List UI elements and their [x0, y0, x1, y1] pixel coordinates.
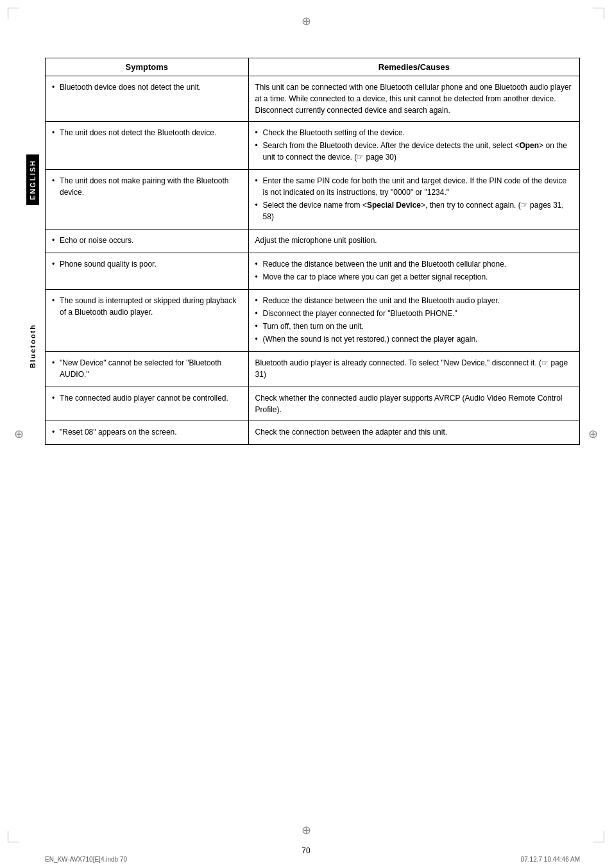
- remedies-cell: Reduce the distance between the unit and…: [248, 253, 579, 290]
- troubleshooting-table: Symptoms Remedies/Causes Bluetooth devic…: [45, 58, 580, 445]
- symptoms-header: Symptoms: [46, 58, 249, 76]
- list-item: Search from the Bluetooth device. After …: [255, 140, 573, 163]
- list-item: "New Device" cannot be selected for "Blu…: [52, 357, 242, 380]
- list-item: Check the Bluetooth setting of the devic…: [255, 127, 573, 138]
- symptoms-cell: Phone sound quality is poor.: [46, 253, 249, 290]
- remedies-cell: Bluetooth audio player is already connec…: [248, 352, 579, 387]
- english-label: ENGLISH: [26, 154, 39, 205]
- footer-left: EN_KW-AVX710[E]4.indb 70: [45, 856, 127, 863]
- remedies-cell: Check whether the connected audio player…: [248, 387, 579, 421]
- remedies-cell: Check the connection between the adapter…: [248, 421, 579, 445]
- remedies-header: Remedies/Causes: [248, 58, 579, 76]
- bluetooth-sidebar: Bluetooth: [26, 237, 40, 455]
- list-item: Phone sound quality is poor.: [52, 258, 242, 270]
- list-item: Echo or noise occurs.: [52, 235, 242, 246]
- remedies-cell: Reduce the distance between the unit and…: [248, 290, 579, 352]
- symptoms-cell: The unit does not detect the Bluetooth d…: [46, 122, 249, 170]
- symptoms-cell: Bluetooth device does not detect the uni…: [46, 76, 249, 122]
- list-item: Enter the same PIN code for both the uni…: [255, 175, 573, 198]
- list-item: Reduce the distance between the unit and…: [255, 295, 573, 306]
- remedies-cell: This unit can be connected with one Blue…: [248, 76, 579, 122]
- bluetooth-label: Bluetooth: [29, 324, 37, 368]
- footer-right: 07.12.7 10:44:46 AM: [521, 856, 580, 863]
- corner-mark-bl: [8, 831, 19, 842]
- list-item: Bluetooth device does not detect the uni…: [52, 81, 242, 93]
- list-item: Reduce the distance between the unit and…: [255, 258, 573, 270]
- table-row: Phone sound quality is poor. Reduce the …: [46, 253, 580, 290]
- remedies-cell: Adjust the microphone unit position.: [248, 230, 579, 253]
- table-row: Echo or noise occurs. Adjust the microph…: [46, 230, 580, 253]
- list-item: "Reset 08" appears on the screen.: [52, 426, 242, 438]
- table-row: Bluetooth device does not detect the uni…: [46, 76, 580, 122]
- remedies-cell: Enter the same PIN code for both the uni…: [248, 170, 579, 230]
- list-item: Turn off, then turn on the unit.: [255, 321, 573, 332]
- right-registration-mark: ⊕: [588, 427, 598, 441]
- symptoms-cell: Echo or noise occurs.: [46, 230, 249, 253]
- corner-mark-br: [593, 831, 604, 842]
- list-item: The unit does not make pairing with the …: [52, 175, 242, 198]
- symptoms-cell: The sound is interrupted or skipped duri…: [46, 290, 249, 352]
- top-registration-mark: ⊕: [302, 14, 311, 28]
- list-item: Move the car to place where you can get …: [255, 271, 573, 283]
- list-item: The unit does not detect the Bluetooth d…: [52, 127, 242, 138]
- remedies-cell: Check the Bluetooth setting of the devic…: [248, 122, 579, 170]
- symptoms-cell: "Reset 08" appears on the screen.: [46, 421, 249, 445]
- table-row: The unit does not make pairing with the …: [46, 170, 580, 230]
- table-row: "New Device" cannot be selected for "Blu…: [46, 352, 580, 387]
- corner-mark-tr: [593, 8, 604, 19]
- table-row: The sound is interrupted or skipped duri…: [46, 290, 580, 352]
- symptoms-cell: The unit does not make pairing with the …: [46, 170, 249, 230]
- table-row: "Reset 08" appears on the screen. Check …: [46, 421, 580, 445]
- table-row: The unit does not detect the Bluetooth d…: [46, 122, 580, 170]
- table-row: The connected audio player cannot be con…: [46, 387, 580, 421]
- list-item: The sound is interrupted or skipped duri…: [52, 295, 242, 318]
- list-item: Select the device name from <Special Dev…: [255, 199, 573, 222]
- symptoms-cell: The connected audio player cannot be con…: [46, 387, 249, 421]
- list-item: (When the sound is not yet restored,) co…: [255, 333, 573, 345]
- main-content: Symptoms Remedies/Causes Bluetooth devic…: [45, 58, 580, 830]
- list-item: The connected audio player cannot be con…: [52, 392, 242, 404]
- list-item: Disconnect the player connected for "Blu…: [255, 308, 573, 319]
- page-number: 70: [302, 846, 310, 855]
- corner-mark-tl: [8, 8, 19, 19]
- symptoms-cell: "New Device" cannot be selected for "Blu…: [46, 352, 249, 387]
- left-registration-mark: ⊕: [14, 427, 24, 441]
